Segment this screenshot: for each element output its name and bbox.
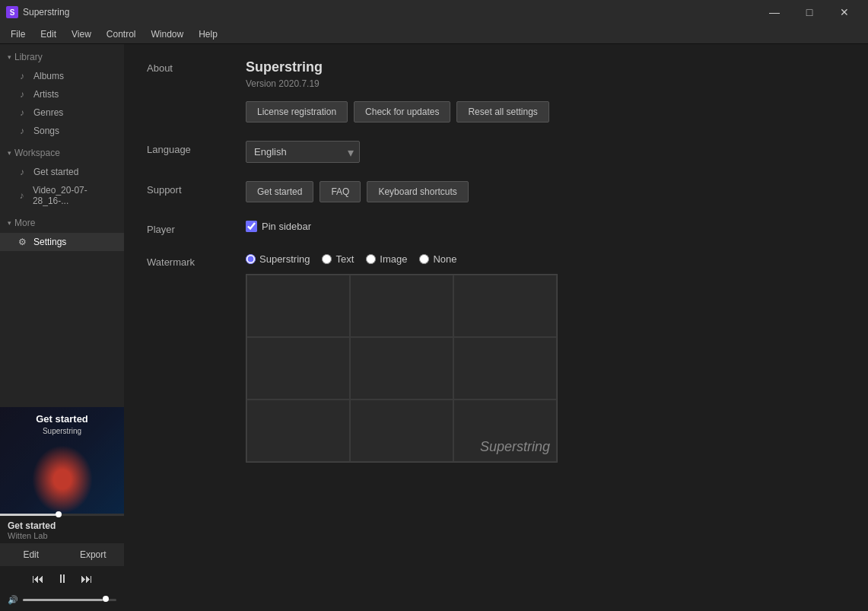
sidebar-item-albums[interactable]: ♪ Albums <box>0 67 124 85</box>
player-progress-bar[interactable] <box>0 514 124 516</box>
prev-button[interactable]: ⏮ <box>32 572 44 586</box>
watermark-label: Watermark <box>147 253 246 268</box>
workspace-chevron-icon: ▾ <box>8 149 11 157</box>
watermark-none-wrapper: None <box>419 253 456 265</box>
app-version: Version 2020.7.19 <box>246 78 845 89</box>
artists-icon: ♪ <box>17 89 27 100</box>
settings-label: Settings <box>33 237 66 247</box>
library-section-header[interactable]: ▾ Library <box>0 47 124 67</box>
player-row: Player Pin sidebar <box>147 221 845 235</box>
sidebar-item-settings[interactable]: ⚙ Settings <box>0 233 124 251</box>
language-select-wrapper: English Japanese Chinese German French <box>246 141 360 163</box>
more-chevron-icon: ▾ <box>8 219 11 227</box>
watermark-text-label: Text <box>335 253 354 265</box>
watermark-radio-group: Superstring Text Image None <box>246 253 845 265</box>
artists-label: Artists <box>33 89 59 100</box>
export-button[interactable]: Export <box>62 543 125 566</box>
menu-control[interactable]: Control <box>99 27 144 41</box>
watermark-image-radio[interactable] <box>366 254 376 264</box>
sidebar-item-get-started[interactable]: ♪ Get started <box>0 163 124 181</box>
about-buttons: License registration Check for updates R… <box>246 101 845 123</box>
get-started-label: Get started <box>33 167 78 177</box>
edit-button[interactable]: Edit <box>0 543 62 566</box>
menu-edit[interactable]: Edit <box>33 27 64 41</box>
library-section-label: Library <box>14 52 43 62</box>
app-icon: S <box>6 6 18 18</box>
pause-button[interactable]: ⏸ <box>56 572 68 586</box>
progress-fill <box>0 514 56 516</box>
player-action-buttons: Edit Export <box>0 543 124 566</box>
menu-window[interactable]: Window <box>144 27 192 41</box>
albums-label: Albums <box>33 71 64 81</box>
watermark-cell-9: Superstring <box>453 399 557 462</box>
watermark-cell-6 <box>453 337 557 399</box>
watermark-cell-3 <box>453 275 557 337</box>
pin-sidebar-checkbox[interactable] <box>246 221 257 232</box>
track-name: Get started <box>8 520 116 531</box>
watermark-superstring-wrapper: Superstring <box>246 253 310 265</box>
license-registration-button[interactable]: License registration <box>246 101 348 123</box>
about-row: About Superstring Version 2020.7.19 Lice… <box>147 59 845 123</box>
volume-area: 🔊 <box>0 592 124 611</box>
get-started-support-button[interactable]: Get started <box>246 181 313 202</box>
watermark-cell-1 <box>246 275 350 337</box>
reset-settings-button[interactable]: Reset all settings <box>456 101 548 123</box>
app-name: Superstring <box>246 59 845 75</box>
menu-view[interactable]: View <box>64 27 99 41</box>
faq-button[interactable]: FAQ <box>320 181 361 202</box>
library-chevron-icon: ▾ <box>8 53 11 61</box>
language-row: Language English Japanese Chinese German… <box>147 141 845 163</box>
watermark-none-radio[interactable] <box>419 254 429 264</box>
about-label: About <box>147 59 246 74</box>
volume-icon: 🔊 <box>8 595 18 605</box>
workspace-section: ▾ Workspace ♪ Get started ♪ Video_20-07-… <box>0 143 124 210</box>
sidebar: ▾ Library ♪ Albums ♪ Artists ♪ Genres ♪ … <box>0 44 124 611</box>
player-thumbnail: Get started Superstring <box>0 407 124 514</box>
keyboard-shortcuts-button[interactable]: Keyboard shortcuts <box>367 181 468 202</box>
thumbnail-title: Get started <box>0 413 124 425</box>
close-button[interactable]: ✕ <box>827 0 862 24</box>
artist-name: Witten Lab <box>8 531 116 540</box>
albums-icon: ♪ <box>17 71 27 81</box>
check-updates-button[interactable]: Check for updates <box>354 101 450 123</box>
window-controls: — □ ✕ <box>757 0 862 24</box>
watermark-text-wrapper: Text <box>322 253 354 265</box>
watermark-cell-2 <box>350 275 453 337</box>
watermark-preview-text: Superstring <box>480 439 550 455</box>
workspace-section-header[interactable]: ▾ Workspace <box>0 143 124 163</box>
sidebar-item-video[interactable]: ♪ Video_20-07-28_16-... <box>0 181 124 210</box>
player-area: Get started Superstring Get started Witt… <box>0 407 124 611</box>
menu-help[interactable]: Help <box>191 27 225 41</box>
next-button[interactable]: ⏭ <box>81 572 93 586</box>
about-content: Superstring Version 2020.7.19 License re… <box>246 59 845 123</box>
watermark-row: Watermark Superstring Text Image <box>147 253 845 463</box>
volume-bar[interactable] <box>23 599 116 601</box>
watermark-cell-5 <box>350 337 453 399</box>
genres-label: Genres <box>33 107 63 118</box>
player-label: Player <box>147 221 246 235</box>
thumbnail-subtitle: Superstring <box>0 427 124 435</box>
sidebar-item-songs[interactable]: ♪ Songs <box>0 122 124 140</box>
watermark-superstring-radio[interactable] <box>246 254 256 264</box>
main-layout: ▾ Library ♪ Albums ♪ Artists ♪ Genres ♪ … <box>0 44 868 611</box>
workspace-section-label: Workspace <box>14 148 60 158</box>
app-title: Superstring <box>23 7 69 18</box>
more-section-header[interactable]: ▾ More <box>0 213 124 233</box>
minimize-button[interactable]: — <box>757 0 792 24</box>
get-started-icon: ♪ <box>17 167 27 177</box>
songs-label: Songs <box>33 126 59 136</box>
watermark-cell-7 <box>246 399 350 462</box>
menu-file[interactable]: File <box>3 27 33 41</box>
more-section: ▾ More ⚙ Settings <box>0 213 124 251</box>
sidebar-item-artists[interactable]: ♪ Artists <box>0 85 124 103</box>
player-info: Get started Witten Lab <box>0 516 124 543</box>
songs-icon: ♪ <box>17 126 27 136</box>
title-bar-left: S Superstring <box>6 6 69 18</box>
watermark-text-radio[interactable] <box>322 254 332 264</box>
player-figure <box>32 445 93 514</box>
content-area: About Superstring Version 2020.7.19 Lice… <box>124 44 868 611</box>
maximize-button[interactable]: □ <box>792 0 827 24</box>
sidebar-item-genres[interactable]: ♪ Genres <box>0 103 124 122</box>
watermark-none-label: None <box>433 253 456 265</box>
language-select[interactable]: English Japanese Chinese German French <box>246 141 360 163</box>
